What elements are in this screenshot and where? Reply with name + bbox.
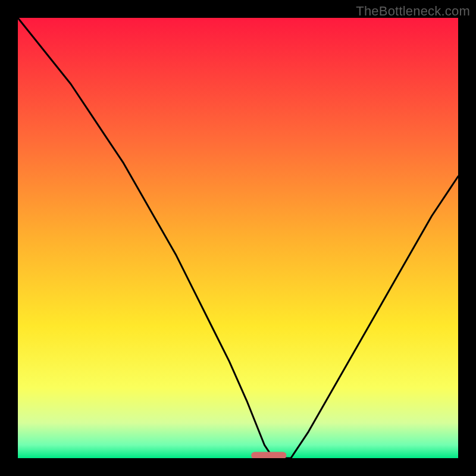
gradient-background [18,18,458,458]
optimum-marker [251,452,286,458]
chart-svg [18,18,458,458]
plot-area [18,18,458,458]
chart-frame: TheBottleneck.com [0,0,476,476]
watermark-text: TheBottleneck.com [356,4,470,19]
